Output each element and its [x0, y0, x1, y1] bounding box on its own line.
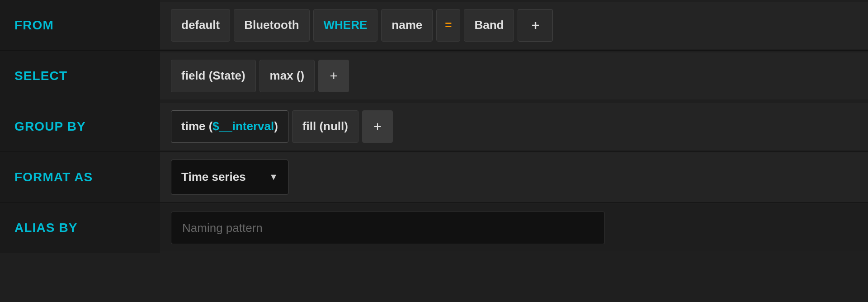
chip-name[interactable]: name [381, 9, 433, 42]
chevron-down-icon: ▼ [269, 172, 278, 182]
alias-input[interactable] [171, 212, 605, 244]
chip-equals[interactable]: = [436, 9, 460, 42]
from-label: FROM [0, 0, 160, 50]
from-add-button[interactable]: + [518, 9, 553, 42]
select-row: SELECT field (State) max () + [0, 51, 868, 101]
interval-text: $__interval [212, 119, 274, 133]
chip-time-interval[interactable]: time ($__interval) [171, 110, 288, 143]
groupby-label: GROUP BY [0, 101, 160, 151]
groupby-content: time ($__interval) fill (null) + [160, 103, 868, 150]
chip-where[interactable]: WHERE [313, 9, 378, 42]
formatas-row: FORMAT AS Time series ▼ [0, 152, 868, 203]
chip-band[interactable]: Band [464, 9, 514, 42]
formatas-select[interactable]: Time series ▼ [171, 160, 288, 195]
select-content: field (State) max () + [160, 52, 868, 99]
chip-max[interactable]: max () [259, 60, 315, 92]
chip-bluetooth[interactable]: Bluetooth [234, 9, 309, 42]
formatas-content: Time series ▼ [160, 152, 868, 202]
groupby-row: GROUP BY time ($__interval) fill (null) … [0, 101, 868, 152]
chip-default[interactable]: default [171, 9, 230, 42]
aliasBy-row: ALIAS BY [0, 203, 868, 253]
from-row: FROM default Bluetooth WHERE name = Band… [0, 0, 868, 51]
query-builder: FROM default Bluetooth WHERE name = Band… [0, 0, 868, 302]
chip-field-state[interactable]: field (State) [171, 60, 256, 92]
from-content: default Bluetooth WHERE name = Band + [160, 2, 868, 49]
aliasBy-label: ALIAS BY [0, 203, 160, 253]
groupby-add-button[interactable]: + [362, 110, 393, 143]
select-add-button[interactable]: + [318, 60, 349, 92]
aliasBy-content [160, 204, 868, 251]
select-label: SELECT [0, 51, 160, 101]
formatas-label: FORMAT AS [0, 152, 160, 202]
chip-fill-null[interactable]: fill (null) [292, 110, 359, 143]
formatas-select-value: Time series [181, 170, 246, 184]
